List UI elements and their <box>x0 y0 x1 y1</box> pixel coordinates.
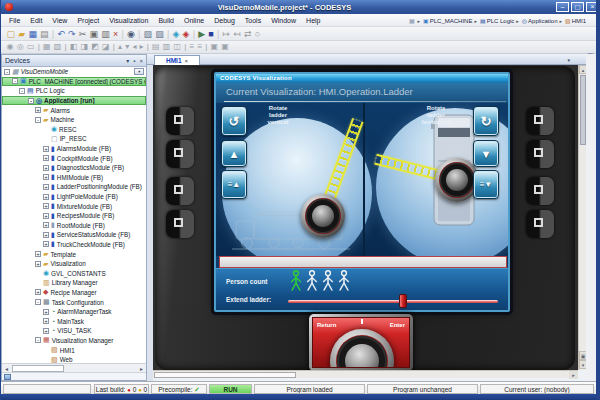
toolbar-icon[interactable]: ▧ <box>54 41 62 53</box>
tree-item[interactable]: + ▮ TruckCheckModule (FB) <box>2 240 146 250</box>
tree-item[interactable]: + ◔ VISU_TASK <box>2 326 146 336</box>
toolbar-icon[interactable]: ≡ <box>197 41 202 53</box>
toolbar-icon[interactable]: ↤ <box>233 28 241 40</box>
scroll-left-icon[interactable]: ◂ <box>2 365 11 372</box>
tree-item[interactable]: + ▮ RecipesModule (FB) <box>2 211 146 221</box>
menu-item[interactable]: Edit <box>25 17 47 24</box>
tree-expander-icon[interactable]: - <box>28 98 34 104</box>
toolbar-icon[interactable]: ▾ <box>125 41 129 53</box>
scroll-right-icon[interactable]: ▸ <box>137 365 146 372</box>
breadcrumb-item[interactable]: ▧ HMI1 <box>564 17 590 24</box>
tree-expander-icon[interactable]: + <box>43 213 49 219</box>
scrollbar-thumb[interactable] <box>12 365 64 372</box>
tree-expander-icon[interactable]: + <box>35 289 41 295</box>
tree-expander-icon[interactable]: + <box>43 203 49 209</box>
editor-vertical-scrollbar[interactable]: ▴ ▣ ▾ <box>578 65 586 370</box>
breadcrumb-item[interactable]: ◎ Application ▸ <box>521 17 564 24</box>
tree-item[interactable]: ▧ Web <box>2 355 146 363</box>
tree-item[interactable]: + ▮ LadderPositioningModule (FB) <box>2 182 146 192</box>
toolbar-icon[interactable]: | <box>38 41 40 53</box>
breadcrumb-item[interactable]: ▤ PLC Logic ▸ <box>479 17 521 24</box>
toolbar-icon[interactable]: | <box>193 28 195 40</box>
extend-ladder-up-button[interactable]: ≡▲ <box>221 170 247 199</box>
tree-item[interactable]: - ▤ PLC Logic <box>2 86 146 96</box>
tab-list-dropdown-icon[interactable]: ▾ <box>567 57 570 63</box>
toolbar-icon[interactable]: ↷ <box>68 28 76 40</box>
tree-item[interactable]: + ◆ Recipe Manager <box>2 288 146 298</box>
rotate-ladder-cw-button[interactable]: ↻ <box>473 106 499 136</box>
menu-item[interactable]: Online <box>179 17 209 24</box>
tree-item[interactable]: - ▰ Machine <box>2 115 146 125</box>
toolbar-icon[interactable]: ▶ <box>198 28 205 40</box>
toolbar-icon[interactable]: ⇄ <box>244 28 252 40</box>
tree-item[interactable]: + ▰ Alarms <box>2 105 146 115</box>
vertical-rotation-knob[interactable] <box>301 194 345 238</box>
device-side-button[interactable] <box>166 177 194 205</box>
device-side-button[interactable] <box>526 177 554 205</box>
toolbar-icon[interactable]: ◉ <box>7 41 14 53</box>
panel-close-icon[interactable]: × <box>139 58 143 64</box>
tree-expander-icon[interactable]: + <box>43 194 49 200</box>
toolbar-icon[interactable]: ◈ <box>172 28 179 40</box>
tree-expander-icon[interactable]: + <box>43 309 49 315</box>
toolbar-icon[interactable]: ▸ <box>140 41 144 53</box>
toolbar-icon[interactable]: | <box>121 28 123 40</box>
tree-item[interactable]: - ◎ Application [run] <box>2 96 146 106</box>
menu-item[interactable]: Tools <box>240 17 266 24</box>
toolbar-icon[interactable]: ↶ <box>57 28 65 40</box>
tree-expander-icon[interactable]: - <box>35 299 41 305</box>
toolbar-icon[interactable]: ▤ <box>40 28 49 40</box>
tree-item[interactable]: + ▮ RootModule (FB) <box>2 221 146 231</box>
rotate-ladder-ccw-button[interactable]: ↺ <box>221 106 247 136</box>
tree-item[interactable]: + ▮ CockpitModule (FB) <box>2 153 146 163</box>
devices-horizontal-scrollbar[interactable]: ◂ ▸ <box>2 363 146 372</box>
toolbar-icon[interactable]: ◈ <box>183 28 190 40</box>
tree-expander-icon[interactable]: - <box>4 69 10 75</box>
tab-close-icon[interactable]: × <box>185 58 189 64</box>
toolbar-icon[interactable]: | <box>138 28 140 40</box>
toolbar-icon[interactable]: ◨ <box>80 41 88 53</box>
tree-expander-icon[interactable]: + <box>43 146 49 152</box>
breadcrumb-item[interactable]: ▦ ▸ <box>408 17 422 24</box>
toolbar-icon[interactable]: | <box>184 41 186 53</box>
toolbar-icon[interactable]: ◩ <box>91 41 99 53</box>
minimize-button[interactable]: – <box>556 2 569 12</box>
ladder-down-button[interactable]: ▼ <box>473 140 499 167</box>
toolbar-icon[interactable]: ▣ <box>211 41 219 53</box>
tree-item[interactable]: - ▦ VisuDemoMobile ▾ <box>2 67 146 77</box>
tree-expander-icon[interactable]: + <box>43 328 49 334</box>
toolbar-icon[interactable]: ▧ <box>144 28 153 40</box>
tree-item[interactable]: ◉ GVL_CONSTANTS <box>2 268 146 278</box>
device-side-button[interactable] <box>526 210 554 238</box>
tree-expander-icon[interactable]: + <box>43 232 49 238</box>
menu-item[interactable]: File <box>4 17 25 24</box>
toolbar-icon[interactable]: ◎ <box>17 41 24 53</box>
toolbar-icon[interactable]: ▨ <box>155 28 164 40</box>
panel-pin-icon[interactable]: ▪ <box>133 58 135 64</box>
menu-item[interactable]: Build <box>153 17 179 24</box>
device-side-button[interactable] <box>526 107 554 135</box>
device-side-button[interactable] <box>166 140 194 168</box>
tree-expander-icon[interactable]: - <box>35 117 41 123</box>
window-titlebar[interactable]: VisuDemoMobile.project* - CODESYS – ▢ × <box>1 0 600 14</box>
extend-ladder-down-button[interactable]: ≡▼ <box>473 170 499 199</box>
toolbar-icon[interactable]: ▥ <box>163 41 171 53</box>
tree-expander-icon[interactable]: - <box>19 88 25 94</box>
toolbar-icon[interactable]: ◉ <box>127 28 135 40</box>
toolbar-icon[interactable]: ▴ <box>118 41 122 53</box>
tree-item[interactable]: + ▮ ServiceStatusModule (FB) <box>2 230 146 240</box>
toolbar-icon[interactable]: | <box>205 41 207 53</box>
tree-expander-icon[interactable]: + <box>43 165 49 171</box>
menu-item[interactable]: Visualization <box>104 17 153 24</box>
editor-horizontal-scrollbar[interactable]: ▸ <box>153 370 578 378</box>
tree-item[interactable]: ▧ HMI1 <box>2 345 146 355</box>
tree-item[interactable]: ▥ Library Manager <box>2 278 146 288</box>
menu-item[interactable]: View <box>47 17 72 24</box>
jog-dial-knob[interactable] <box>330 329 394 368</box>
toolbar-icon[interactable]: ◫ <box>174 41 182 53</box>
toolbar-icon[interactable]: ▭ <box>27 41 35 53</box>
toolbar-icon[interactable]: | <box>52 28 54 40</box>
tree-expander-icon[interactable]: + <box>43 184 49 190</box>
tree-expander-icon[interactable]: - <box>35 337 41 343</box>
tree-item[interactable]: ▢ IP_RESC <box>2 134 146 144</box>
